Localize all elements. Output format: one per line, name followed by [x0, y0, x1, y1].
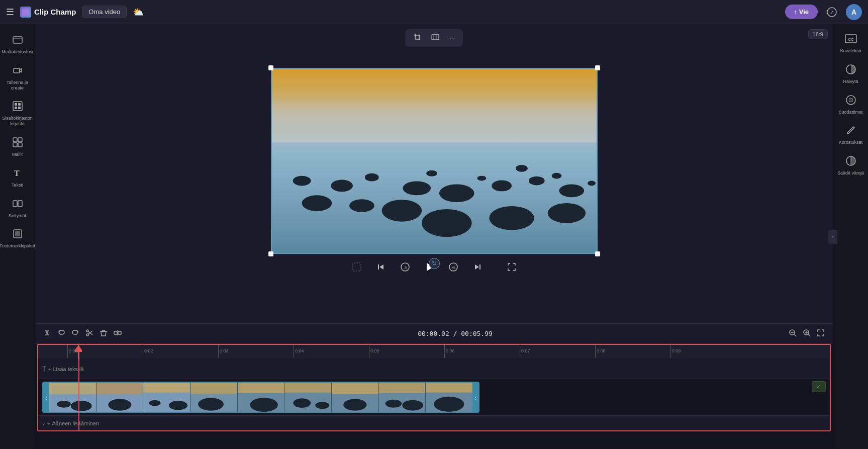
- svg-point-77: [169, 401, 187, 410]
- svg-point-43: [477, 175, 486, 181]
- video-frame: [272, 69, 597, 253]
- crop-toggle-button[interactable]: [349, 259, 365, 275]
- svg-text:CC: CC: [848, 37, 854, 42]
- magnetic-snap-button[interactable]: [41, 327, 53, 340]
- sidebar-item-text[interactable]: T Teksti: [2, 163, 33, 192]
- checkmark-confirm-button[interactable]: ✓: [812, 381, 826, 392]
- svg-point-33: [302, 195, 332, 211]
- video-track-row: ⋮: [38, 379, 830, 415]
- media-icon: [12, 34, 23, 48]
- sidebar-item-templates[interactable]: Mallit: [2, 133, 33, 161]
- svg-point-69: [57, 401, 71, 408]
- right-sidebar-item-highlights[interactable]: Korostukset: [835, 121, 866, 149]
- svg-rect-44: [353, 263, 361, 271]
- svg-rect-7: [18, 103, 21, 106]
- sidebar-item-media[interactable]: Mediatiedostosi: [2, 30, 33, 59]
- rotate-handle[interactable]: ↻: [429, 258, 440, 269]
- timeline-content: 0:01 0:02 0:03 0:04 0:05 0:06 0:07 0:08 …: [35, 344, 833, 449]
- cut-button[interactable]: [83, 327, 95, 340]
- video-clip[interactable]: ⋮: [42, 382, 479, 413]
- export-button[interactable]: ↑ Vie: [785, 5, 818, 19]
- skip-back-button[interactable]: [373, 259, 389, 275]
- fit-to-view-button[interactable]: [815, 327, 827, 340]
- svg-point-93: [385, 400, 401, 408]
- handle-bottom-left[interactable]: [268, 251, 273, 256]
- help-icon[interactable]: ?: [824, 4, 840, 20]
- svg-rect-51: [479, 264, 480, 270]
- svg-rect-96: [426, 383, 472, 393]
- sidebar-item-record[interactable]: Tallenna ja create: [2, 61, 33, 95]
- clip-handle-left[interactable]: ⋮: [43, 383, 49, 412]
- handle-bottom-right[interactable]: [595, 251, 600, 256]
- fullscreen-button[interactable]: [504, 259, 520, 275]
- right-sidebar-item-effects[interactable]: Buodattimat: [835, 91, 866, 119]
- sidebar-item-label-brand: Tuotemerkkipaket: [0, 243, 35, 249]
- svg-point-87: [316, 402, 330, 409]
- svg-point-76: [149, 400, 161, 406]
- add-text-button[interactable]: + Lisää tekstiä: [48, 366, 84, 372]
- hamburger-menu[interactable]: ☰: [6, 7, 14, 18]
- handle-top-right[interactable]: [595, 65, 600, 70]
- sidebar-collapse-button[interactable]: ‹: [828, 230, 837, 244]
- add-audio-button[interactable]: + Ääneen lisääminen: [47, 420, 99, 426]
- sidebar-item-content[interactable]: Sisältökirjaston kirjasto: [2, 97, 33, 131]
- svg-rect-45: [378, 264, 379, 270]
- sidebar-item-label-templates: Mallit: [12, 152, 23, 157]
- rewind-button[interactable]: -5: [397, 259, 413, 275]
- zoom-out-button[interactable]: [787, 327, 799, 340]
- undo-button[interactable]: [55, 327, 67, 340]
- captions-icon: CC: [845, 34, 857, 47]
- layout-tool-button[interactable]: [427, 31, 443, 45]
- sidebar-item-label-transitions: Siirtymät: [9, 213, 26, 219]
- right-sidebar-item-captions[interactable]: CC Kuvateksti: [835, 30, 866, 58]
- right-sidebar-label-captions: Kuvateksti: [840, 48, 861, 54]
- svg-point-37: [489, 206, 534, 230]
- svg-rect-0: [22, 9, 29, 16]
- video-toolbar: ···: [405, 29, 463, 47]
- cloud-save-icon: ⛅: [133, 7, 144, 18]
- svg-point-29: [439, 184, 474, 202]
- svg-point-27: [364, 173, 378, 181]
- svg-point-83: [250, 398, 278, 412]
- redo-button[interactable]: [69, 327, 81, 340]
- svg-rect-85: [284, 383, 331, 393]
- svg-point-39: [515, 164, 527, 171]
- project-name[interactable]: Oma video: [82, 6, 127, 18]
- right-sidebar-label-highlights: Korostukset: [839, 140, 863, 145]
- more-options-button[interactable]: ···: [445, 31, 459, 45]
- left-sidebar: Mediatiedostosi Tallenna ja create: [0, 24, 35, 449]
- svg-rect-72: [97, 383, 143, 394]
- svg-text:?: ?: [831, 9, 833, 15]
- crop-tool-button[interactable]: [409, 31, 425, 45]
- handle-top-left[interactable]: [268, 65, 273, 70]
- svg-point-30: [492, 180, 512, 191]
- brand-icon: [12, 228, 23, 242]
- right-sidebar-item-filters[interactable]: Häivytä: [835, 60, 866, 88]
- svg-rect-5: [13, 102, 22, 111]
- clip-handle-right[interactable]: ⋮: [472, 383, 478, 412]
- split-button[interactable]: [112, 327, 124, 340]
- svg-rect-15: [13, 201, 17, 207]
- logo-icon: [20, 7, 31, 18]
- forward-button[interactable]: +5: [445, 259, 461, 275]
- svg-rect-3: [13, 37, 22, 43]
- sidebar-item-brand[interactable]: Tuotemerkkipaket: [2, 224, 33, 253]
- skip-forward-button[interactable]: [469, 259, 486, 275]
- svg-rect-92: [379, 383, 426, 393]
- svg-point-31: [528, 176, 544, 185]
- highlights-icon: [845, 125, 856, 138]
- right-sidebar: ‹ CC Kuvateksti Häivytä: [833, 24, 868, 449]
- delete-button[interactable]: [98, 327, 110, 340]
- svg-rect-22: [272, 69, 597, 151]
- user-avatar[interactable]: A: [846, 4, 862, 20]
- sidebar-item-transitions[interactable]: Siirtymät: [2, 194, 33, 223]
- filters-icon: [845, 64, 856, 77]
- zoom-in-button[interactable]: [801, 327, 813, 340]
- right-sidebar-item-color[interactable]: Säädä värejä: [835, 151, 866, 180]
- svg-rect-89: [332, 383, 378, 394]
- svg-point-73: [108, 399, 131, 410]
- svg-point-90: [343, 399, 366, 410]
- video-canvas[interactable]: [271, 68, 598, 254]
- svg-point-86: [294, 398, 311, 408]
- svg-rect-6: [15, 103, 17, 106]
